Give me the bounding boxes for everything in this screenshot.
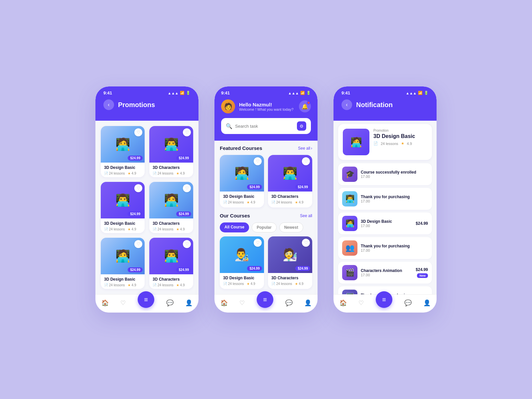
status-bar-1: 9:41 ▲▲▲ 📶 🔋 — [103, 90, 191, 95]
nav-favorites-3[interactable]: ♡ — [358, 299, 364, 307]
course-card-title: 3D Design Basic — [104, 221, 141, 226]
course-card-info: 3D Characters 📄 24 lessons ★ 4.9 — [268, 273, 312, 289]
course-card[interactable]: 🧑‍💻 ♡ $24.99 3D Design Basic 📄 24 lesson… — [101, 238, 145, 289]
notif-item-title: Course successfully enrolled — [361, 170, 425, 175]
notif-item-title: 3D Design Basic — [361, 219, 412, 224]
course-card[interactable]: 🧑‍💻 ♡ $24.99 3D Design Basic 📄 24 lesson… — [220, 155, 264, 207]
notification-item[interactable]: 🧑‍💻 3D Design Basic 17.00 $24.99 — [338, 212, 432, 234]
heart-button[interactable]: ♡ — [302, 157, 310, 165]
course-card[interactable]: 👨‍💻 ♡ $24.99 3D Design Basic 📄 24 lesson… — [101, 182, 145, 233]
filter-button[interactable]: ⚙ — [297, 121, 306, 131]
lessons-meta: 📄 24 lessons — [271, 200, 292, 204]
course-card-info: 3D Design Basic 📄 24 lessons ★ 4.9 — [101, 274, 145, 289]
nav-home-3[interactable]: 🏠 — [339, 299, 347, 307]
heart-button[interactable]: ♡ — [183, 240, 191, 248]
rating-meta: ★ 4.9 — [128, 172, 136, 175]
nav-profile-3[interactable]: 👤 — [423, 299, 431, 307]
course-card-title: 3D Characters — [153, 277, 190, 282]
user-info: Hello Nazmul! Welcome ! What you want to… — [239, 102, 294, 111]
notif-item-image: 🎬 — [342, 265, 357, 280]
lessons-meta: 📄 24 lessons — [153, 283, 174, 287]
lessons-meta: 📄 24 lessons — [223, 200, 244, 204]
see-all-featured[interactable]: See all › — [298, 146, 312, 151]
notif-price: $24.99 — [416, 221, 428, 226]
back-button-1[interactable]: ‹ — [103, 99, 114, 110]
course-card[interactable]: 👨‍💻 ♡ $24.99 3D Characters 📄 24 lessons … — [149, 126, 193, 177]
nav-home-1[interactable]: 🏠 — [101, 299, 109, 307]
search-header-bar: 9:41 ▲▲▲ 📶 🔋 🧑 Hello Nazmul! Welcome ! W… — [214, 86, 318, 141]
course-card-meta: 📄 24 lessons ★ 4.9 — [223, 282, 261, 286]
price-tag: $24.99 — [128, 211, 143, 216]
notification-button[interactable]: 🔔 — [299, 100, 311, 112]
status-time-2: 9:41 — [221, 90, 230, 95]
notification-content: 🧑‍💻 Promotion 3D Design Basic 📄 24 lesso… — [333, 121, 437, 294]
filter-tab[interactable]: Newest — [279, 222, 303, 232]
course-card-info: 3D Characters 📄 24 lessons ★ 4.9 — [149, 218, 193, 233]
nav-favorites-1[interactable]: ♡ — [120, 299, 126, 307]
back-button-3[interactable]: ‹ — [341, 99, 352, 110]
search-bar[interactable]: 🔍 ⚙ — [221, 118, 311, 134]
notif-item-image: 👨‍💻 — [342, 191, 357, 206]
course-card[interactable]: 🧑‍💻 ♡ $24.99 3D Design Basic 📄 24 lesson… — [101, 126, 145, 177]
nav-favorites-2[interactable]: ♡ — [239, 299, 245, 307]
signal-icon: ▲▲▲ — [168, 91, 179, 95]
course-card-meta: 📄 24 lessons ★ 4.9 — [223, 200, 261, 204]
notif-item-sub: 17.00 — [361, 175, 425, 179]
filter-tab[interactable]: All Course — [220, 222, 249, 232]
nav-center-2[interactable]: ≡ — [257, 291, 273, 308]
heart-button[interactable]: ♡ — [134, 240, 142, 248]
price-tag: $24.99 — [295, 185, 310, 190]
heart-button[interactable]: ♡ — [254, 157, 262, 165]
nav-chat-1[interactable]: 💬 — [166, 299, 174, 307]
search-input[interactable] — [235, 124, 294, 129]
heart-button[interactable]: ♡ — [134, 128, 142, 136]
notification-item[interactable]: 🎓 Course successfully enrolled 17.00 — [338, 163, 432, 185]
heart-button[interactable]: ♡ — [302, 239, 310, 247]
nav-profile-2[interactable]: 👤 — [304, 299, 312, 307]
filter-tab[interactable]: Popular — [252, 222, 277, 232]
nav-home-2[interactable]: 🏠 — [220, 299, 228, 307]
featured-notif-info: Promotion 3D Design Basic 📄 24 lessons ★… — [373, 129, 415, 146]
nav-profile-1[interactable]: 👤 — [185, 299, 193, 307]
notif-price: $24.99 — [416, 267, 428, 272]
promotions-header-bar: 9:41 ▲▲▲ 📶 🔋 ‹ Promotions — [95, 86, 199, 121]
course-card-meta: 📄 24 lessons ★ 4.9 — [104, 283, 141, 287]
course-card[interactable]: 👨‍🎨 ♡ $24.99 3D Design Basic 📄 24 lesson… — [220, 236, 264, 289]
course-card-meta: 📄 24 lessons ★ 4.9 — [153, 227, 190, 231]
heart-button[interactable]: ♡ — [183, 184, 191, 192]
status-time-3: 9:41 — [341, 90, 350, 95]
course-card-info: 3D Characters 📄 24 lessons ★ 4.9 — [149, 274, 193, 289]
page-title-1: Promotions — [118, 101, 155, 109]
heart-button[interactable]: ♡ — [183, 128, 191, 136]
course-card[interactable]: 👨‍💻 ♡ $24.99 3D Characters 📄 24 lessons … — [149, 238, 193, 289]
heart-button[interactable]: ♡ — [254, 239, 262, 247]
user-avatar: 🧑 — [221, 99, 235, 113]
course-card[interactable]: 🧑‍💻 ♡ $24.99 3D Characters 📄 24 lessons … — [149, 182, 193, 233]
notif-item-info: Course successfully enrolled 17.00 — [361, 170, 425, 179]
featured-title: Featured Courses — [220, 145, 262, 151]
notif-item-info: Characters Animation 17.00 — [361, 268, 412, 277]
see-all-courses[interactable]: See all — [300, 213, 312, 218]
rating-meta: ★ 4.9 — [295, 282, 304, 286]
bottom-nav-1: 🏠 ♡ ≡ 💬 👤 — [95, 294, 199, 313]
nav-chat-2[interactable]: 💬 — [285, 299, 293, 307]
course-card[interactable]: 👨‍💻 ♡ $24.99 3D Characters 📄 24 lessons … — [268, 155, 312, 207]
notif-item-title: Characters Animation — [361, 268, 412, 273]
course-card[interactable]: 🧑‍🔬 ♡ $24.99 3D Characters 📄 24 lessons … — [268, 236, 312, 289]
doc-icon: 📄 — [373, 141, 378, 146]
nav-center-3[interactable]: ≡ — [376, 291, 392, 308]
lessons-meta: 📄 24 lessons — [271, 282, 292, 286]
notification-item[interactable]: 👥 Thank you for purchasing 17.00 — [338, 237, 432, 259]
phone-search: 9:41 ▲▲▲ 📶 🔋 🧑 Hello Nazmul! Welcome ! W… — [214, 86, 318, 313]
nav-center-1[interactable]: ≡ — [138, 291, 154, 308]
notif-item-right: $24.99 — [416, 221, 428, 226]
heart-button[interactable]: ♡ — [134, 184, 142, 192]
notification-item[interactable]: 🎬 Characters Animation 17.00 $24.99 New — [338, 262, 432, 284]
course-card-info: 3D Design Basic 📄 24 lessons ★ 4.9 — [101, 163, 145, 177]
bottom-nav-2: 🏠 ♡ ≡ 💬 👤 — [214, 294, 318, 313]
featured-notif-lessons: 24 lessons — [381, 142, 398, 146]
notification-item[interactable]: 👨‍💻 Thank you for purchasing 17.00 — [338, 188, 432, 210]
promotions-grid: 🧑‍💻 ♡ $24.99 3D Design Basic 📄 24 lesson… — [95, 121, 199, 294]
nav-chat-3[interactable]: 💬 — [404, 299, 412, 307]
promotions-title-row: ‹ Promotions — [103, 99, 191, 113]
